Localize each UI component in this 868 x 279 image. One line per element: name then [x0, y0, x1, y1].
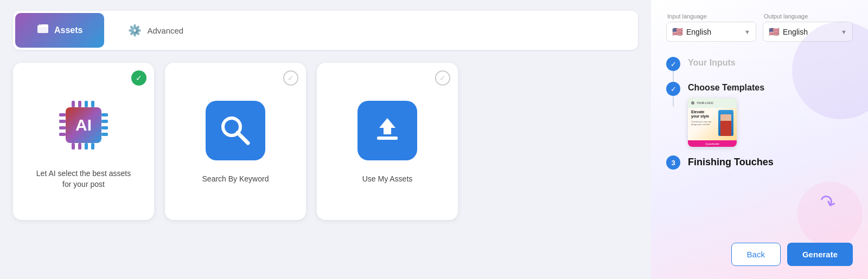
ai-select-card[interactable]: ✓	[13, 63, 154, 220]
step2-vline	[673, 96, 674, 107]
tab-assets[interactable]: Assets	[15, 13, 104, 48]
template-headline-line1: Elevate	[691, 110, 716, 114]
step3-connector: 3	[666, 155, 680, 170]
template-inner: YOUR LOGO Elevate your style Comfort you…	[688, 98, 737, 147]
output-language-chevron: ▼	[841, 29, 847, 35]
ai-card-label: Let AI select the best assets for your p…	[35, 168, 132, 190]
input-language-select[interactable]: 🇺🇸 English ▼	[666, 22, 756, 42]
advanced-tab-label: Advanced	[147, 26, 183, 35]
ai-card-check: ✓	[131, 70, 146, 86]
tab-advanced[interactable]: ⚙️ Advanced	[106, 11, 205, 50]
advanced-tab-icon: ⚙️	[128, 24, 142, 37]
svg-rect-6	[59, 133, 66, 136]
template-logo-text: YOUR LOGO	[697, 101, 713, 105]
step2-check-icon: ✓	[666, 82, 680, 96]
svg-rect-9	[101, 126, 108, 129]
sidebar: Input language 🇺🇸 English ▼ Output langu…	[651, 0, 868, 279]
template-person	[720, 114, 731, 136]
template-img	[718, 110, 733, 136]
step1-content: Your Inputs	[688, 57, 853, 76]
buttons-row: Back Generate	[666, 234, 853, 266]
template-footer-text: @yourhandle	[705, 142, 719, 145]
use-my-assets-card[interactable]: ✓ Use My Assets	[317, 63, 458, 220]
step1-title: Your Inputs	[688, 57, 853, 68]
template-text-area: Elevate your style Comfort you can see, …	[691, 110, 716, 136]
upload-card-icon-wrapper	[355, 98, 420, 163]
template-thumbnail[interactable]: YOUR LOGO Elevate your style Comfort you…	[688, 98, 737, 147]
step2-content: Choose Templates YOUR LOGO Elevate your …	[688, 82, 853, 155]
step3-title: Finishing Touches	[688, 155, 853, 168]
output-language-value: English	[783, 28, 808, 36]
svg-rect-1	[39, 24, 43, 27]
language-row: Input language 🇺🇸 English ▼ Output langu…	[666, 13, 853, 42]
step-choose-templates: ✓ Choose Templates YOUR LOGO Elevate	[666, 82, 853, 155]
svg-marker-22	[379, 118, 395, 134]
step-your-inputs: ✓ Your Inputs	[666, 57, 853, 82]
assets-tab-label: Assets	[54, 25, 82, 35]
step1-vline	[673, 71, 674, 82]
svg-rect-8	[101, 120, 108, 123]
svg-rect-10	[101, 133, 108, 136]
output-language-label: Output language	[763, 13, 853, 20]
step1-connector: ✓	[666, 57, 680, 82]
svg-rect-11	[72, 101, 75, 107]
svg-line-21	[238, 133, 248, 143]
upload-card-label: Use My Assets	[362, 174, 413, 185]
step1-check-icon: ✓	[666, 57, 680, 71]
svg-rect-5	[59, 126, 66, 129]
tab-bar: Assets ⚙️ Advanced	[13, 11, 638, 50]
cards-container: ✓	[13, 59, 638, 224]
main-area: Assets ⚙️ Advanced ✓	[0, 0, 651, 279]
svg-rect-4	[59, 120, 66, 123]
search-icon	[216, 112, 254, 150]
arrow-decoration: ↷	[816, 189, 839, 216]
input-language-field: Input language 🇺🇸 English ▼	[666, 13, 756, 42]
svg-rect-18	[91, 143, 94, 150]
output-flag: 🇺🇸	[769, 27, 780, 37]
generate-button[interactable]: Generate	[787, 243, 853, 266]
template-logo-dot	[691, 101, 694, 105]
search-keyword-card[interactable]: ✓ Search By Keyword	[165, 63, 306, 220]
template-footer-bar: @yourhandle	[688, 140, 737, 147]
search-icon-box	[206, 101, 265, 160]
input-language-chevron: ▼	[744, 29, 750, 35]
svg-rect-3	[59, 113, 66, 116]
step-finishing-touches: 3 Finishing Touches	[666, 155, 853, 177]
svg-rect-12	[78, 101, 81, 107]
step3-content: Finishing Touches	[688, 155, 853, 177]
ai-chip-icon: AI	[54, 95, 113, 155]
input-language-label: Input language	[666, 13, 756, 20]
svg-rect-17	[85, 143, 88, 150]
assets-tab-icon	[37, 23, 49, 38]
output-language-field: Output language 🇺🇸 English ▼	[763, 13, 853, 42]
svg-rect-23	[377, 137, 398, 140]
template-headline-line2: your style	[691, 114, 716, 119]
output-language-select[interactable]: 🇺🇸 English ▼	[763, 22, 853, 42]
svg-rect-16	[78, 143, 81, 150]
search-card-label: Search By Keyword	[202, 174, 269, 185]
back-button[interactable]: Back	[731, 243, 781, 266]
step2-connector: ✓	[666, 82, 680, 107]
template-body: Elevate your style Comfort you can see, …	[688, 108, 737, 138]
upload-icon	[368, 112, 406, 150]
upload-card-check: ✓	[435, 70, 450, 86]
steps-container: ✓ Your Inputs ✓ Choose Templates	[666, 57, 853, 177]
svg-rect-15	[72, 143, 75, 150]
svg-text:AI: AI	[75, 116, 92, 134]
template-top-bar: YOUR LOGO	[688, 98, 737, 108]
search-card-check: ✓	[283, 70, 298, 86]
svg-rect-14	[91, 101, 94, 107]
step3-num-icon: 3	[666, 155, 680, 170]
upload-icon-box	[358, 101, 417, 160]
svg-rect-13	[85, 101, 88, 107]
svg-rect-7	[101, 113, 108, 116]
template-sub: Comfort you can see, design you can feel	[691, 120, 716, 126]
step2-title: Choose Templates	[688, 82, 853, 93]
input-language-value: English	[686, 28, 711, 36]
input-flag: 🇺🇸	[672, 27, 683, 37]
search-card-icon-wrapper	[203, 98, 268, 163]
ai-card-icon-wrapper: AI	[51, 93, 116, 158]
